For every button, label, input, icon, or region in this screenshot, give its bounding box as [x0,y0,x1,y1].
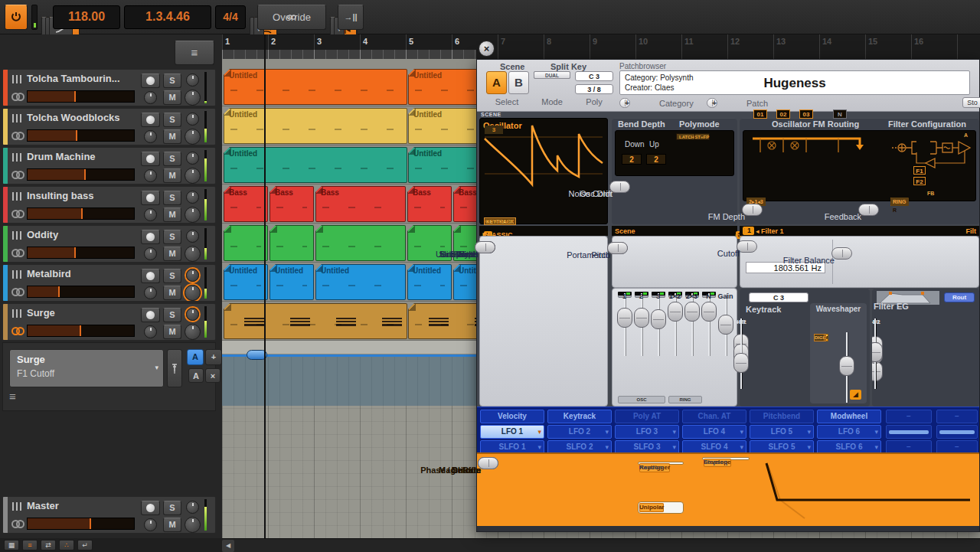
post-knob[interactable] [144,208,157,221]
automation-remove-button[interactable]: × [205,368,220,383]
category-prev-next[interactable]: −+ [619,98,630,108]
pan-knob[interactable] [186,73,199,87]
store-button[interactable]: Sto [962,97,980,108]
solo-button[interactable]: S [163,152,181,166]
clip[interactable] [224,225,268,261]
pattern-rows-icon[interactable]: ≡ [22,540,38,550]
patch-display[interactable]: Category: Polysynth Creator: Claes Hugen… [619,70,970,95]
post-knob[interactable] [144,91,157,104]
clip[interactable] [315,225,406,261]
slider-handle[interactable] [742,204,763,216]
solo-button[interactable]: S [163,113,181,127]
record-arm-button[interactable] [141,73,160,88]
width-knob[interactable] [185,517,201,533]
track-row[interactable]: Tolcha Tambourin...SM [2,69,216,106]
mute-button[interactable]: M [163,168,181,183]
slider-handle[interactable] [858,204,879,216]
volume-slider[interactable] [27,129,135,142]
width-knob[interactable] [185,207,201,223]
position-display[interactable]: 1.3.4.46 [124,5,211,29]
slider-handle[interactable] [478,457,498,469]
solo-button[interactable]: S [163,73,181,88]
record-arm-button[interactable] [141,230,160,244]
automation-menu-icon[interactable]: ≡ [9,390,16,402]
fm-op-n[interactable]: N [833,109,847,119]
oscillator-waveform[interactable] [483,120,604,195]
record-arm-button[interactable] [141,152,160,166]
slider-handle[interactable] [701,302,717,322]
record-arm-button[interactable] [141,501,160,515]
pan-knob[interactable] [186,152,199,165]
fm-op-03[interactable]: 03 [799,109,813,119]
power-button[interactable] [5,5,28,30]
return-icon[interactable]: ↵ [77,540,93,550]
slider-handle[interactable] [609,181,630,193]
mod-route-lfo-4[interactable]: LFO 4▾ [682,425,746,439]
post-knob[interactable] [144,518,157,531]
matrix-amount-cell[interactable] [886,425,932,439]
track-row[interactable]: MetalbirdSM [2,264,216,302]
polyphony-value[interactable]: 3 / 8 [575,84,613,94]
split-key-value[interactable]: C 3 [575,71,613,81]
pan-knob[interactable] [186,501,199,514]
slider-handle[interactable] [684,302,700,322]
waveshaper-curve-button[interactable]: ◢ [850,390,861,400]
width-knob[interactable] [185,324,201,340]
track-row[interactable]: SurgeSM [2,303,216,341]
slider-handle[interactable] [831,247,852,260]
slider-handle[interactable] [737,240,757,253]
post-knob[interactable] [144,247,157,260]
volume-slider[interactable] [27,247,135,259]
mod-source-keytrack[interactable]: Keytrack [547,410,612,423]
clip[interactable]: Untitled [315,264,406,300]
clip[interactable]: Untitled [224,69,407,105]
mod-route-lfo-1[interactable]: LFO 1▾ [480,425,544,439]
filter1-subtype[interactable]: 1 [745,227,753,235]
mute-button[interactable]: M [163,325,181,339]
solo-button[interactable]: S [163,501,181,515]
track-row[interactable]: Insulting bassSM [2,186,216,224]
lfo-trigger-random[interactable]: Random [639,463,664,472]
master-track-row[interactable]: MasterSM [2,496,216,534]
volume-slider[interactable] [27,207,135,220]
mod-source-velocity[interactable]: Velocity [480,410,544,423]
scroll-left-button[interactable]: ◀ [222,540,234,552]
solo-button[interactable]: S [163,191,181,205]
mixer-dots-icon[interactable]: ∴ [59,540,74,550]
pan-knob[interactable] [186,308,199,321]
volume-slider[interactable] [27,168,135,181]
waveshaper-digi[interactable]: DIGI [814,334,825,341]
fm-op-02[interactable]: 02 [776,109,790,119]
pin-button[interactable] [167,349,182,387]
grid-view-icon[interactable]: ▦ [4,540,19,550]
volume-slider[interactable] [27,518,135,530]
track-row[interactable]: Tolcha WoodblocksSM [2,108,216,145]
matrix-empty-cell[interactable]: − [886,410,932,423]
mod-route-lfo-6[interactable]: LFO 6▾ [817,425,881,439]
record-arm-button[interactable] [141,113,160,127]
polymode-latch[interactable]: LATCH [676,133,695,140]
playhead[interactable] [264,34,266,538]
slider-handle[interactable] [651,309,666,329]
mute-button[interactable]: M [163,90,181,105]
unipolar-toggle[interactable]: Unipolar [638,501,684,514]
mute-button[interactable]: M [163,518,181,532]
mod-source-pitchbend[interactable]: Pitchbend [750,410,814,423]
mod-route-lfo-5[interactable]: LFO 5▾ [750,425,814,439]
slider-handle[interactable] [475,241,495,253]
mod-route-lfo-3[interactable]: LFO 3▾ [615,425,679,439]
record-arm-button[interactable] [141,191,160,205]
mod-source-poly-at[interactable]: Poly AT [615,410,679,423]
scene-a-button[interactable]: A [486,71,507,94]
slider-handle[interactable] [668,302,683,322]
automation-device-selector[interactable]: Surge F1 Cutoff ▾ [9,349,164,387]
mod-route-lfo-2[interactable]: LFO 2▾ [547,425,612,439]
mod-source-modwheel[interactable]: Modwheel [817,410,881,423]
solo-button[interactable]: S [163,308,181,322]
clip[interactable]: Untitled [407,264,452,300]
clip[interactable] [224,303,407,339]
clip[interactable]: Bass [315,186,406,222]
solo-button[interactable]: S [163,269,181,283]
track-row[interactable]: OdditySM [2,225,216,263]
fm-op-01[interactable]: 01 [753,109,767,119]
